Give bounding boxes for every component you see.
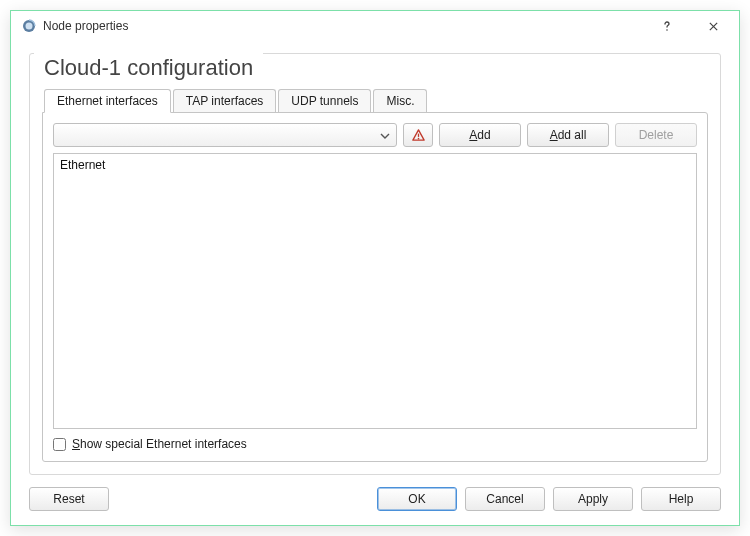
help-button[interactable] xyxy=(647,12,687,40)
chevron-down-icon xyxy=(380,128,390,142)
svg-point-1 xyxy=(26,23,33,30)
config-group: Cloud-1 configuration Ethernet interface… xyxy=(29,53,721,475)
close-icon xyxy=(708,21,719,32)
interfaces-list[interactable]: Ethernet xyxy=(53,153,697,429)
dialog-body: Cloud-1 configuration Ethernet interface… xyxy=(11,41,739,525)
apply-button[interactable]: Apply xyxy=(553,487,633,511)
interface-toolbar: Add Add all Delete xyxy=(53,123,697,147)
tab-misc[interactable]: Misc. xyxy=(373,89,427,112)
close-button[interactable] xyxy=(693,12,733,40)
window-title: Node properties xyxy=(43,19,641,33)
reset-button[interactable]: Reset xyxy=(29,487,109,511)
show-special-checkbox-row[interactable]: Show special Ethernet interfaces xyxy=(53,437,697,451)
interface-select[interactable] xyxy=(53,123,397,147)
ok-button[interactable]: OK xyxy=(377,487,457,511)
dialog-buttons: Reset OK Cancel Apply Help xyxy=(29,487,721,511)
app-icon xyxy=(21,18,37,34)
add-all-button[interactable]: Add all xyxy=(527,123,609,147)
config-title: Cloud-1 configuration xyxy=(34,53,263,83)
tab-ethernet-interfaces[interactable]: Ethernet interfaces xyxy=(44,89,171,113)
question-icon xyxy=(661,20,673,32)
tab-udp-tunnels[interactable]: UDP tunnels xyxy=(278,89,371,112)
cancel-button[interactable]: Cancel xyxy=(465,487,545,511)
tabs: Ethernet interfaces TAP interfaces UDP t… xyxy=(42,88,708,112)
titlebar: Node properties xyxy=(11,11,739,41)
warning-button[interactable] xyxy=(403,123,433,147)
warning-icon xyxy=(411,128,426,143)
list-item[interactable]: Ethernet xyxy=(60,158,690,172)
delete-button[interactable]: Delete xyxy=(615,123,697,147)
show-special-label: Show special Ethernet interfaces xyxy=(72,437,247,451)
svg-point-2 xyxy=(666,29,668,31)
help-footer-button[interactable]: Help xyxy=(641,487,721,511)
tab-panel-ethernet: Add Add all Delete Ethernet Show special… xyxy=(42,112,708,462)
tab-tap-interfaces[interactable]: TAP interfaces xyxy=(173,89,277,112)
add-button[interactable]: Add xyxy=(439,123,521,147)
show-special-checkbox[interactable] xyxy=(53,438,66,451)
svg-point-4 xyxy=(417,137,419,139)
